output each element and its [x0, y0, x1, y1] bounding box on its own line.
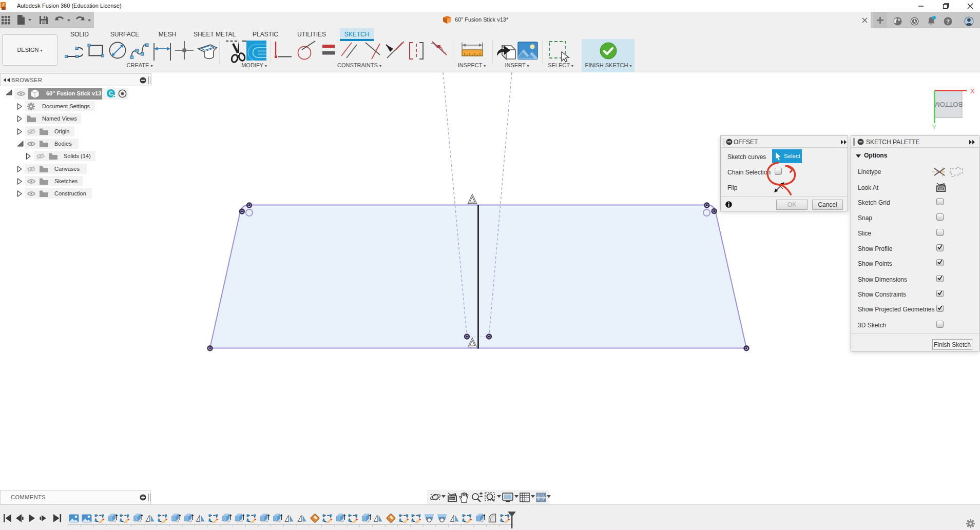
svg-text:BOTTOM: BOTTOM [934, 101, 963, 108]
svg-text:X: X [970, 87, 975, 95]
svg-text:C: C [109, 90, 113, 96]
svg-text:?: ? [946, 18, 950, 25]
svg-text:Y: Y [932, 123, 937, 131]
